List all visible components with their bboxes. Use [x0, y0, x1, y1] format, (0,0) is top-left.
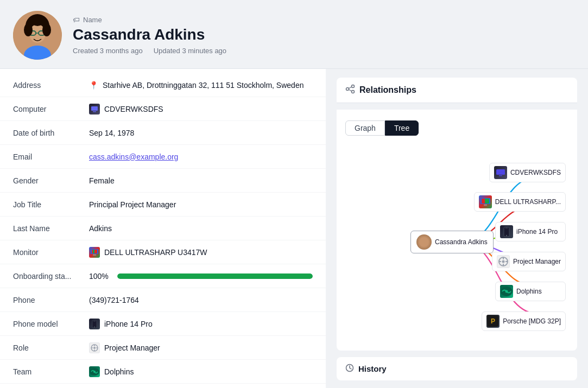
svg-point-27	[93, 371, 96, 373]
tab-tree[interactable]: Tree	[385, 120, 419, 136]
svg-rect-38	[484, 205, 487, 206]
node-team[interactable]: Dolphins	[495, 282, 566, 301]
node-computer[interactable]: CDVERWKSDFS	[489, 163, 566, 182]
team-icon	[89, 366, 100, 377]
tree-visualization: Cassandra Adkins CDVERWKSDFS DELL ULTRAS…	[345, 144, 568, 340]
node-role-icon	[497, 255, 510, 268]
svg-rect-18	[93, 321, 96, 321]
field-monitor: Monitor DELL ULTRASHARP U3417W	[0, 240, 326, 264]
value-role: Project Manager	[89, 342, 313, 353]
value-monitor: DELL ULTRASHARP U3417W	[89, 247, 313, 258]
main-content: Address 📍 Starhive AB, Drottninggatan 32…	[0, 69, 588, 388]
progress-bar-bg	[117, 273, 313, 279]
node-monitor-icon	[479, 195, 492, 208]
center-node-label: Cassandra Adkins	[435, 238, 488, 246]
svg-rect-15	[93, 250, 94, 253]
name-label-text: Name	[83, 16, 102, 24]
location-icon: 📍	[89, 81, 98, 90]
label-phone-model: Phone model	[13, 320, 89, 328]
svg-point-30	[352, 91, 355, 93]
progress-bar-fill	[117, 273, 313, 279]
history-title: History	[358, 364, 387, 373]
label-onboarding: Onboarding sta...	[13, 272, 89, 281]
label-computer: Computer	[13, 105, 89, 113]
svg-rect-12	[93, 111, 96, 112]
node-monitor-label: DELL ULTRASHARP...	[495, 198, 561, 206]
label-role: Role	[13, 344, 89, 352]
value-email[interactable]: cass.adkins@example.org	[89, 152, 313, 161]
history-icon	[345, 364, 354, 374]
value-phone-model: iPhone 14 Pro	[89, 319, 313, 329]
svg-point-8	[24, 23, 33, 36]
field-phone: Phone (349)721-1764	[0, 288, 326, 312]
monitor-icon	[89, 247, 100, 258]
avatar	[13, 11, 62, 60]
node-team-label: Dolphins	[516, 288, 542, 295]
history-section: History	[337, 357, 577, 380]
label-monitor: Monitor	[13, 248, 89, 257]
label-phone: Phone	[13, 296, 89, 304]
value-gender: Female	[89, 176, 313, 185]
field-dob: Date of birth Sep 14, 1978	[0, 121, 326, 145]
node-computer-icon	[494, 166, 507, 179]
phone-icon	[89, 319, 100, 329]
label-team: Team	[13, 367, 89, 376]
graph-container: Graph Tree	[337, 110, 577, 351]
center-node[interactable]: Cassandra Adkins	[410, 231, 494, 253]
value-phone: (349)721-1764	[89, 296, 313, 304]
value-team: Dolphins	[89, 366, 313, 377]
svg-rect-11	[91, 106, 98, 111]
svg-point-19	[94, 326, 95, 327]
svg-point-41	[506, 235, 507, 236]
label-last-name: Last Name	[13, 224, 89, 233]
svg-point-21	[93, 347, 96, 349]
svg-point-9	[42, 23, 51, 36]
svg-text:P: P	[491, 317, 495, 325]
role-icon	[89, 342, 100, 353]
node-role[interactable]: Project Manager	[492, 252, 566, 271]
node-monitor[interactable]: DELL ULTRASHARP...	[474, 192, 566, 212]
label-email: Email	[13, 152, 89, 161]
value-dob: Sep 14, 1978	[89, 129, 313, 137]
svg-line-31	[349, 87, 352, 88]
svg-rect-36	[482, 199, 485, 203]
svg-rect-37	[485, 199, 489, 203]
svg-rect-34	[499, 175, 502, 176]
relationships-section: Relationships	[337, 78, 577, 103]
svg-rect-16	[93, 255, 96, 256]
meta-row: Created 3 months ago Updated 3 minutes a…	[73, 47, 575, 55]
field-role: Role Project Manager	[0, 336, 326, 360]
created-date: Created 3 months ago	[73, 47, 143, 55]
label-dob: Date of birth	[13, 129, 89, 137]
svg-point-10	[31, 15, 44, 26]
value-address: 📍 Starhive AB, Drottninggatan 32, 111 51…	[89, 81, 313, 90]
svg-point-28	[346, 88, 349, 91]
svg-point-43	[502, 260, 504, 263]
profile-info: 🏷 Name Cassandra Adkins Created 3 months…	[73, 16, 575, 55]
tab-graph[interactable]: Graph	[345, 120, 385, 136]
name-label-row: 🏷 Name	[73, 16, 575, 24]
field-address: Address 📍 Starhive AB, Drottninggatan 32…	[0, 73, 326, 97]
value-onboarding: 100%	[89, 272, 313, 281]
field-last-name: Last Name Adkins	[0, 217, 326, 240]
field-team: Team Dolphins	[0, 360, 326, 384]
field-email: Email cass.adkins@example.org	[0, 145, 326, 169]
node-phone[interactable]: iPhone 14 Pro	[495, 222, 566, 241]
svg-point-49	[505, 290, 508, 293]
node-car-icon: P	[486, 315, 500, 328]
field-phone-model: Phone model iPhone 14 Pro	[0, 312, 326, 336]
node-car[interactable]: P Porsche [MDG 32P]	[482, 311, 566, 331]
relationships-icon	[345, 84, 355, 96]
field-gender: Gender Female	[0, 169, 326, 193]
node-phone-label: iPhone 14 Pro	[516, 228, 558, 236]
svg-rect-40	[505, 228, 508, 228]
center-avatar	[416, 234, 432, 250]
svg-rect-33	[496, 169, 505, 175]
fields-panel: Address 📍 Starhive AB, Drottninggatan 32…	[0, 69, 326, 388]
field-computer: Computer CDVERWKSDFS	[0, 97, 326, 121]
field-onboarding: Onboarding sta... 100%	[0, 264, 326, 288]
node-role-label: Project Manager	[513, 258, 561, 265]
node-car-label: Porsche [MDG 32P]	[503, 317, 561, 325]
node-phone-icon	[500, 225, 513, 238]
profile-header: 🏷 Name Cassandra Adkins Created 3 months…	[0, 0, 588, 69]
